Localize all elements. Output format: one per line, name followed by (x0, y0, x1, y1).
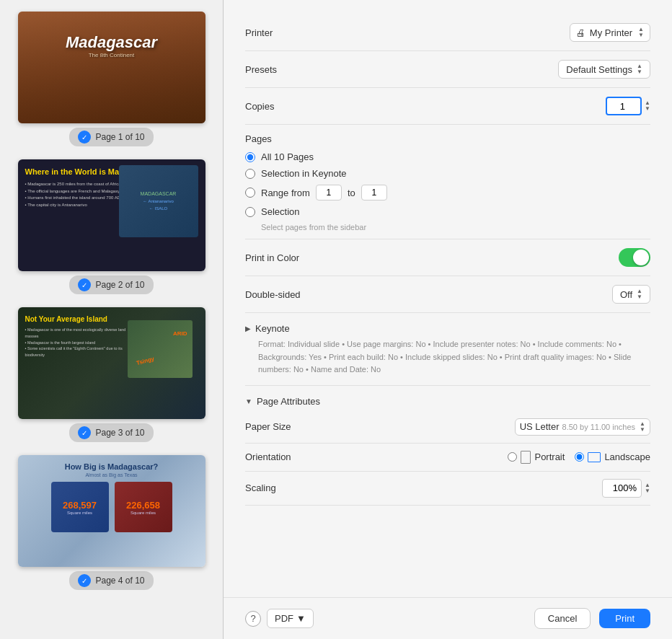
scaling-row: Scaling ▲ ▼ (245, 472, 650, 506)
slide-panel: Madagascar The 8th Continent ✓ Page 1 of… (0, 0, 224, 639)
slide3-image (128, 320, 193, 378)
pdf-label: PDF (275, 613, 293, 624)
scaling-wrap: ▲ ▼ (602, 479, 650, 498)
paper-size-selector[interactable]: US Letter 8.50 by 11.00 inches ▲ ▼ (515, 418, 650, 436)
scaling-input[interactable] (602, 479, 642, 498)
copies-input-wrap: ▲ ▼ (606, 97, 650, 115)
check-icon-1: ✓ (78, 131, 91, 144)
slide4-stat-madagascar: 268,597 Square miles (51, 482, 109, 532)
print-settings: Printer 🖨 My Printer ▲ ▼ Presets Default… (224, 0, 672, 597)
printer-icon: 🖨 (576, 27, 585, 38)
cancel-button[interactable]: Cancel (534, 608, 591, 629)
slide4-stat-texas: 226,658 Square miles (115, 482, 172, 532)
orientation-options: Portrait Landscape (508, 451, 650, 464)
paper-size-down[interactable]: ▼ (640, 427, 645, 433)
slide4-title: How Big is Madagascar? (65, 462, 159, 471)
slide-thumbnail-1: Madagascar The 8th Continent (18, 12, 205, 123)
pages-label: Pages (245, 133, 650, 144)
double-sided-down[interactable]: ▼ (637, 294, 642, 300)
paper-size-label: Paper Size (245, 421, 291, 432)
printer-label: Printer (245, 27, 273, 38)
presets-row: Presets Default Settings ▲ ▼ (245, 51, 650, 88)
copies-input[interactable] (606, 97, 642, 115)
slide-thumbnail-3: Not Your Average Island • Madagascar is … (18, 307, 205, 419)
print-color-label: Print in Color (245, 252, 299, 263)
double-sided-selector[interactable]: Off ▲ ▼ (612, 285, 650, 304)
selection-hint: Select pages from the sidebar (261, 223, 650, 232)
landscape-option[interactable]: Landscape (575, 451, 650, 462)
page-attributes-title: Page Attributes (257, 396, 320, 407)
slide3-bullets: • Madagascar is one of the most ecologic… (25, 327, 128, 358)
keynote-section-header[interactable]: ▶ Keynote (245, 313, 650, 338)
slide-item-1[interactable]: Madagascar The 8th Continent ✓ Page 1 of… (14, 12, 208, 146)
presets-down-arrow[interactable]: ▼ (637, 69, 642, 75)
page-attributes-header[interactable]: ▼ Page Attributes (245, 386, 650, 411)
print-color-toggle[interactable] (619, 248, 650, 267)
help-button[interactable]: ? (245, 611, 261, 627)
pages-all-radio[interactable] (245, 152, 255, 162)
slide-item-3[interactable]: Not Your Average Island • Madagascar is … (14, 307, 208, 442)
slide-item-4[interactable]: How Big is Madagascar? Almost as Big as … (14, 455, 208, 590)
slide-badge-4: ✓ Page 4 of 10 (69, 571, 153, 590)
range-to-label: to (348, 188, 355, 198)
print-button[interactable]: Print (599, 609, 650, 628)
copies-down-arrow[interactable]: ▼ (645, 106, 650, 112)
scaling-label: Scaling (245, 482, 276, 493)
portrait-radio[interactable] (508, 452, 517, 462)
scaling-down[interactable]: ▼ (645, 488, 650, 494)
pages-select-label[interactable]: Selection (261, 206, 299, 217)
slide-thumbnail-4: How Big is Madagascar? Almost as Big as … (18, 455, 205, 567)
portrait-icon (521, 451, 531, 464)
slide-item-2[interactable]: Where in the World is Madagascar? • Mada… (14, 159, 208, 294)
pages-selection-label[interactable]: Selection in Keynote (261, 168, 347, 179)
double-sided-label: Double-sided (245, 289, 301, 300)
slide1-sub: The 8th Continent (66, 52, 157, 58)
range-from-input[interactable] (316, 185, 342, 200)
pages-range-label[interactable]: Range from (261, 188, 310, 198)
printer-selector[interactable]: 🖨 My Printer ▲ ▼ (570, 23, 650, 42)
print-panel: Printer 🖨 My Printer ▲ ▼ Presets Default… (224, 0, 672, 639)
presets-selector[interactable]: Default Settings ▲ ▼ (558, 60, 650, 79)
presets-value: Default Settings (566, 64, 632, 75)
copies-label: Copies (245, 101, 274, 112)
printer-value: My Printer (590, 27, 632, 38)
print-color-row: Print in Color (245, 239, 650, 276)
slide2-map: MADAGASCAR ← Antananarivo ← ISALO (119, 165, 198, 237)
bottom-left: ? PDF ▼ (245, 609, 314, 628)
page-attributes-chevron-icon: ▼ (245, 397, 252, 405)
pages-all-row: All 10 Pages (245, 151, 650, 162)
pages-all-label[interactable]: All 10 Pages (261, 151, 314, 162)
slide-thumbnail-2: Where in the World is Madagascar? • Mada… (18, 159, 205, 271)
pdf-chevron-icon: ▼ (296, 613, 306, 624)
printer-down-arrow[interactable]: ▼ (638, 32, 644, 38)
slide-badge-3: ✓ Page 3 of 10 (69, 423, 153, 442)
pages-selection-radio[interactable] (245, 169, 255, 179)
double-sided-row: Double-sided Off ▲ ▼ (245, 276, 650, 313)
slide-badge-2: ✓ Page 2 of 10 (69, 276, 153, 294)
keynote-detail: Format: Individual slide • Use page marg… (245, 338, 650, 386)
slide3-title: Not Your Average Island (25, 314, 128, 324)
pages-select-radio[interactable] (245, 207, 255, 217)
landscape-radio[interactable] (575, 452, 584, 462)
slide3-arid: ARID (173, 330, 187, 337)
keynote-section-title: Keynote (255, 323, 290, 334)
toggle-knob (633, 250, 649, 265)
landscape-icon (588, 452, 601, 462)
pages-selection-row: Selection in Keynote (245, 168, 650, 179)
pages-section: Pages All 10 Pages Selection in Keynote … (245, 125, 650, 239)
bottom-right: Cancel Print (534, 608, 650, 629)
landscape-label[interactable]: Landscape (604, 451, 650, 462)
orientation-label: Orientation (245, 451, 291, 462)
range-to-input[interactable] (361, 185, 387, 200)
portrait-option[interactable]: Portrait (508, 451, 565, 464)
pages-range-radio[interactable] (245, 188, 255, 198)
double-sided-value: Off (620, 289, 632, 300)
pdf-button[interactable]: PDF ▼ (267, 609, 314, 628)
slide1-title: Madagascar (66, 33, 157, 52)
paper-size-name: US Letter (520, 421, 560, 432)
page-attributes-section: Paper Size US Letter 8.50 by 11.00 inche… (245, 411, 650, 506)
check-icon-3: ✓ (78, 426, 91, 439)
check-icon-4: ✓ (78, 574, 91, 587)
pages-range-row: Range from to (245, 185, 650, 200)
portrait-label[interactable]: Portrait (534, 451, 565, 462)
